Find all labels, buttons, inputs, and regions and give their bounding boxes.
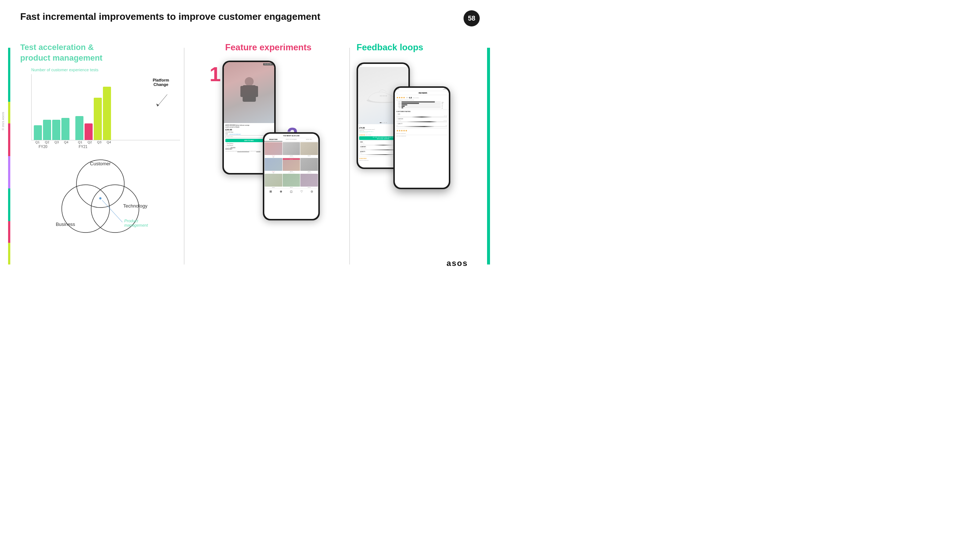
svg-point-8 (99, 197, 102, 200)
chart-label: Number of customer experience tests (31, 68, 180, 72)
q4-label: Q4 (62, 140, 70, 144)
venn-svg: Customer Business Technology Product man… (45, 154, 156, 235)
svg-rect-15 (253, 86, 258, 97)
svg-text:Business: Business (56, 221, 75, 227)
svg-text:management: management (124, 223, 148, 227)
bar-chart: PlatformChange Q1 Q2 (31, 74, 180, 151)
q3-label: Q3 (52, 140, 60, 144)
page-title: Fast incremental improvements to improve… (20, 11, 320, 22)
right-accent-bar (487, 48, 490, 265)
bar-q1-fy21 (75, 116, 83, 140)
svg-point-19 (383, 95, 384, 96)
divider-2 (349, 48, 350, 265)
phone-2: YOU MIGHT ALSO LIKE SIMILAR ITEMS MORE F… (263, 132, 320, 221)
bar-q3-fy21 (94, 98, 102, 140)
svg-point-2 (76, 160, 124, 208)
svg-point-12 (245, 77, 254, 86)
q1-label: Q1 (33, 140, 41, 144)
svg-line-0 (158, 94, 167, 105)
fy20-label: FY20 (38, 145, 48, 149)
svg-marker-1 (156, 103, 159, 106)
divider-1 (184, 48, 185, 265)
q2-label: Q2 (43, 140, 51, 144)
svg-text:Customer: Customer (90, 161, 111, 167)
svg-line-9 (102, 200, 123, 222)
right-section-title: Feedback loops (356, 42, 489, 52)
svg-text:Product: Product (124, 219, 138, 223)
right-section: Feedback loops 15:44 (356, 42, 489, 56)
q1-fy21-label: Q1 (76, 140, 84, 144)
left-section-title: Test acceleration & product management (20, 42, 180, 63)
bar-q3-fy20 (52, 120, 60, 140)
platform-arrow (147, 92, 177, 107)
x-labels: Q1 Q2 Q3 Q4 Q1 Q2 Q3 Q4 (33, 140, 180, 144)
svg-text:Technology: Technology (123, 203, 147, 209)
page-number: 58 (463, 10, 480, 27)
fy21-bars (75, 87, 111, 140)
copyright-watermark: © 2021 ASOS (2, 112, 5, 130)
bar-q2-fy20 (43, 120, 51, 140)
svg-rect-14 (240, 86, 245, 97)
left-section: Test acceleration & product management N… (20, 42, 180, 235)
q4-fy21-label: Q4 (105, 140, 113, 144)
bar-q1-fy20 (34, 125, 42, 140)
fy20-bars (34, 118, 70, 140)
svg-point-20 (384, 95, 385, 96)
svg-point-18 (381, 95, 382, 96)
bar-q2-fy21 (84, 124, 92, 140)
page-number-text: 58 (468, 15, 475, 22)
bar-q4-fy20 (61, 118, 70, 140)
middle-section-title: Feature experiments (191, 42, 345, 52)
venn-diagram: Customer Business Technology Product man… (45, 154, 156, 235)
asos-logo: asos (447, 259, 468, 268)
bar-q4-fy21 (103, 87, 111, 140)
platform-label: PlatformChange (153, 78, 169, 87)
svg-point-21 (386, 95, 387, 96)
side-color-bar (8, 48, 10, 265)
q3-fy21-label: Q3 (95, 140, 103, 144)
fy-labels: FY20 FY21 (33, 145, 180, 149)
middle-section: Feature experiments 1 SELLING FAST ASOS … (191, 42, 345, 56)
phone-4: 19:23 ▲ WiFi ■ ← REVIEWS ★★★★★ 4.8 (2891… (393, 86, 450, 189)
fy21-label: FY21 (79, 145, 88, 149)
q2-fy21-label: Q2 (86, 140, 94, 144)
svg-point-17 (380, 95, 381, 96)
feature-number-1: 1 (210, 62, 221, 86)
